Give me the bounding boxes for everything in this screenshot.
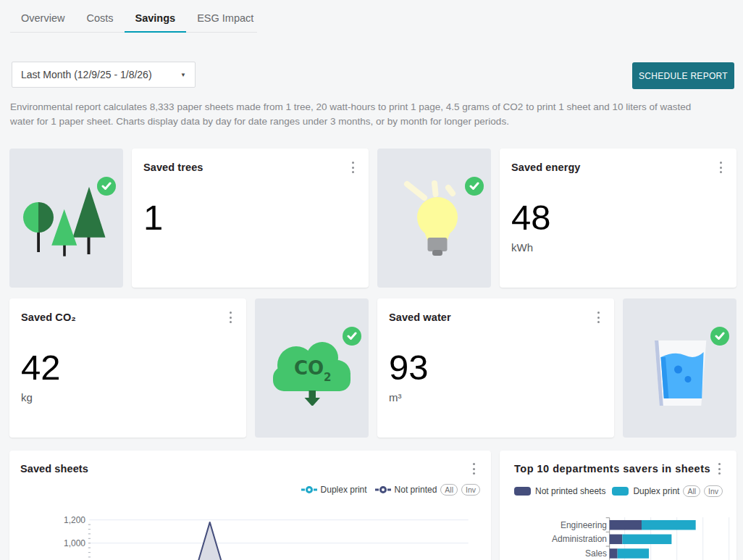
svg-text:Engineering: Engineering — [561, 520, 607, 530]
card-title: Saved CO₂ — [21, 312, 76, 323]
saved-energy-illustration — [377, 149, 491, 288]
tab-esg-impact[interactable]: ESG Impact — [186, 7, 264, 32]
report-description: Environmental report calculates 8,333 pa… — [10, 100, 705, 129]
svg-text:2: 2 — [324, 371, 331, 384]
svg-text:Sales: Sales — [585, 548, 607, 559]
lightbulb-icon — [395, 178, 474, 258]
sheets-line-chart: 1,2001,000 — [9, 451, 491, 560]
saved-trees-card: Saved trees 1 — [132, 149, 369, 288]
saved-co2-unit: kg — [21, 391, 235, 404]
svg-text:CO: CO — [294, 357, 324, 379]
kebab-menu-icon[interactable] — [597, 312, 600, 323]
co2-cloud-icon: CO 2 — [269, 330, 356, 406]
svg-text:Administration: Administration — [552, 534, 607, 544]
card-title: Saved trees — [143, 162, 203, 173]
saved-co2-value: 42 — [21, 350, 235, 385]
saved-co2-card: Saved CO₂ 42 kg — [9, 298, 246, 438]
saved-trees-illustration — [9, 149, 123, 288]
date-range-select[interactable]: Last Month (12/9/25 - 1/8/26) ▼ — [12, 62, 196, 88]
saved-sheets-chart-card: Saved sheets Duplex print Not printed Al… — [9, 451, 491, 560]
schedule-report-button[interactable]: SCHEDULE REPORT — [632, 62, 734, 89]
kebab-menu-icon[interactable] — [229, 312, 232, 323]
svg-text:1,200: 1,200 — [64, 515, 85, 525]
chevron-down-icon: ▼ — [180, 72, 186, 78]
departments-bar-chart: EngineeringAdministrationSales — [500, 451, 736, 560]
card-title: Saved energy — [511, 162, 581, 173]
water-glass-icon — [640, 328, 720, 408]
check-badge-icon — [710, 327, 729, 346]
tab-overview[interactable]: Overview — [10, 7, 75, 32]
check-badge-icon — [343, 327, 361, 346]
saved-water-value: 93 — [389, 350, 603, 385]
saved-water-illustration — [623, 298, 736, 438]
report-tabs: Overview Costs Savings ESG Impact — [10, 7, 257, 33]
kebab-menu-icon[interactable] — [719, 162, 722, 173]
toolbar: Last Month (12/9/25 - 1/8/26) ▼ SCHEDULE… — [0, 62, 743, 88]
saved-energy-unit: kWh — [511, 241, 725, 254]
check-badge-icon — [465, 177, 484, 196]
tab-costs[interactable]: Costs — [75, 7, 124, 32]
departments-chart-card: Top 10 departments savers in sheets Not … — [500, 451, 736, 560]
trees-icon — [23, 177, 110, 259]
saved-energy-value: 48 — [511, 200, 725, 235]
svg-text:1,000: 1,000 — [64, 538, 85, 548]
card-title: Saved water — [389, 312, 451, 323]
date-range-value: Last Month (12/9/25 - 1/8/26) — [21, 69, 152, 80]
kebab-menu-icon[interactable] — [351, 162, 354, 173]
saved-energy-card: Saved energy 48 kWh — [500, 149, 736, 288]
saved-water-unit: m³ — [389, 391, 603, 404]
tab-savings[interactable]: Savings — [125, 7, 187, 32]
check-badge-icon — [97, 177, 116, 196]
saved-co2-illustration: CO 2 — [255, 298, 369, 438]
saved-trees-value: 1 — [143, 200, 357, 235]
saved-water-card: Saved water 93 m³ — [377, 298, 614, 438]
